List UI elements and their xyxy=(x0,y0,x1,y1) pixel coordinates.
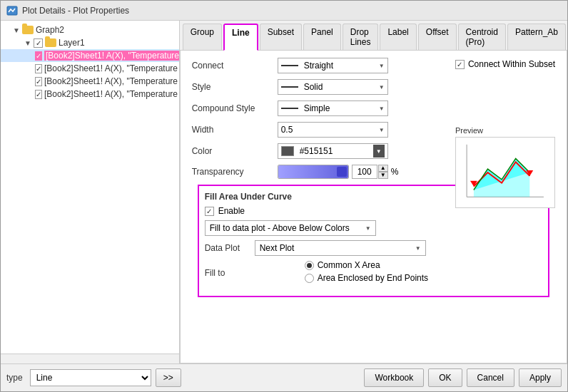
preview-area: Preview xyxy=(455,126,555,208)
checkbox-data3[interactable] xyxy=(35,77,42,86)
transparency-label: Transparency xyxy=(192,167,278,177)
radio-common-x-label: Common X Area xyxy=(318,260,380,270)
tab-panel[interactable]: Panel xyxy=(303,24,341,50)
tab-pattern-ab[interactable]: Pattern_Ab xyxy=(507,24,566,50)
tree-item-data1[interactable]: [Book2]Sheet1! A(X), "Temperature i xyxy=(1,49,179,62)
compound-dropdown-arrow: ▼ xyxy=(379,105,385,112)
cancel-button[interactable]: Cancel xyxy=(467,368,514,387)
radio-common-x-ctrl[interactable] xyxy=(305,261,314,270)
width-label: Width xyxy=(192,125,278,135)
width-value: 0.5 xyxy=(281,125,293,135)
main-window: Plot Details - Plot Properties ▼ Graph2 … xyxy=(0,0,568,392)
tab-group[interactable]: Group xyxy=(183,24,222,50)
fill-to-plot-row: Fill to data plot - Above Below Colors ▼ xyxy=(205,220,542,236)
slider-thumb[interactable] xyxy=(337,167,347,177)
right-panel: Group Line Subset Panel Drop Lines Label… xyxy=(180,21,567,363)
percent-label: % xyxy=(391,167,399,177)
data-plot-row: Data Plot Next Plot ▼ xyxy=(205,240,542,256)
fill-to-plot-value: Fill to data plot - Above Below Colors xyxy=(210,223,350,233)
tree-label-layer1: Layer1 xyxy=(59,38,85,48)
tree-item-data3[interactable]: [Book2]Sheet1! A(X), "Temperature i xyxy=(1,75,179,88)
tab-drop-lines[interactable]: Drop Lines xyxy=(343,24,379,50)
bottom-bar: type Line >> Workbook OK Cancel Apply xyxy=(1,363,567,391)
window-title: Plot Details - Plot Properties xyxy=(22,6,129,16)
horizontal-scrollbar[interactable] xyxy=(1,354,179,363)
tree-item-layer1[interactable]: ▼ Layer1 xyxy=(1,36,179,49)
tab-content-line: Connect Straight ▼ Style xyxy=(180,51,567,363)
apply-button[interactable]: Apply xyxy=(519,368,562,387)
data-plot-label: Data Plot xyxy=(205,243,255,253)
connect-subset-row: Connect Within Subset xyxy=(455,59,555,69)
ok-button[interactable]: OK xyxy=(428,368,462,387)
spinner-buttons: ▲ ▼ xyxy=(378,165,388,179)
tab-subset[interactable]: Subset xyxy=(260,24,302,50)
radio-common-x: Common X Area xyxy=(305,260,428,270)
data-plot-select[interactable]: Next Plot ▼ xyxy=(255,240,426,256)
folder-icon-graph2 xyxy=(22,26,34,34)
compound-style-value: Simple xyxy=(304,103,330,113)
enable-checkbox[interactable] xyxy=(205,207,214,216)
style-label: Style xyxy=(192,82,278,92)
color-value: #515151 xyxy=(300,146,333,156)
preview-box xyxy=(455,137,555,208)
tree-area: ▼ Graph2 ▼ Layer1 [Book2]Sheet1! A(X), "… xyxy=(1,21,179,354)
connect-dropdown-arrow: ▼ xyxy=(379,63,385,69)
checkbox-data4[interactable] xyxy=(35,90,42,99)
type-label: type xyxy=(6,373,23,383)
transparency-input[interactable]: 100 xyxy=(352,165,377,179)
fill-to-row: Fill to Common X Area Area Enclosed by E… xyxy=(205,260,542,286)
color-swatch-icon xyxy=(281,146,294,156)
color-select[interactable]: #515151 ▼ xyxy=(278,143,388,159)
connect-select[interactable]: Straight ▼ xyxy=(278,58,388,73)
checkbox-data2[interactable] xyxy=(35,64,42,73)
transparency-slider[interactable] xyxy=(278,165,349,179)
workbook-button[interactable]: Workbook xyxy=(364,368,424,387)
tree-item-data2[interactable]: [Book2]Sheet1! A(X), "Temperature i xyxy=(1,62,179,75)
width-select[interactable]: 0.5 ▼ xyxy=(278,122,388,138)
fill-to-plot-arrow: ▼ xyxy=(365,225,371,232)
checkbox-layer1[interactable] xyxy=(34,38,43,48)
data-plot-arrow: ▼ xyxy=(415,245,421,252)
tab-line[interactable]: Line xyxy=(223,24,258,51)
left-panel: ▼ Graph2 ▼ Layer1 [Book2]Sheet1! A(X), "… xyxy=(1,21,180,363)
compound-style-label: Compound Style xyxy=(192,103,278,113)
folder-icon-layer1 xyxy=(45,38,56,47)
style-dropdown-arrow: ▼ xyxy=(379,84,385,91)
spinner-down[interactable]: ▼ xyxy=(378,172,388,179)
checkbox-data1[interactable] xyxy=(35,51,42,61)
spinner-up[interactable]: ▲ xyxy=(378,165,388,172)
tabs-row: Group Line Subset Panel Drop Lines Label… xyxy=(180,21,567,51)
fill-to-label2: Fill to xyxy=(205,268,255,278)
style-select[interactable]: Solid ▼ xyxy=(278,79,388,95)
compound-dash-icon xyxy=(281,108,298,109)
tree-item-data4[interactable]: [Book2]Sheet1! A(X), "Temperature i xyxy=(1,88,179,100)
connect-subset-label: Connect Within Subset xyxy=(468,59,555,69)
tree-label-data2: [Book2]Sheet1! A(X), "Temperature i xyxy=(44,63,179,73)
form-area: Connect Straight ▼ Style xyxy=(181,51,567,363)
preview-label: Preview xyxy=(455,126,555,135)
fill-to-options: Common X Area Area Enclosed by End Point… xyxy=(305,260,428,286)
style-dash-icon xyxy=(281,86,298,88)
type-select[interactable]: Line xyxy=(30,369,151,386)
connect-subset-checkbox[interactable] xyxy=(455,60,465,69)
connect-label: Connect xyxy=(192,61,278,71)
navigate-button[interactable]: >> xyxy=(156,368,181,387)
connect-value: Straight xyxy=(304,61,333,71)
fill-to-plot-select[interactable]: Fill to data plot - Above Below Colors ▼ xyxy=(205,220,376,236)
navigate-label: >> xyxy=(163,373,173,383)
connect-subset-area: Connect Within Subset Preview xyxy=(455,59,555,208)
color-label: Color xyxy=(192,146,278,156)
tab-offset[interactable]: Offset xyxy=(418,24,457,50)
expand-icon-layer1[interactable]: ▼ xyxy=(24,38,32,47)
enable-label: Enable xyxy=(218,206,245,216)
expand-icon-graph2[interactable]: ▼ xyxy=(12,26,21,34)
tree-label-graph2: Graph2 xyxy=(36,25,64,35)
tree-label-data3: [Book2]Sheet1! A(X), "Temperature i xyxy=(44,76,179,86)
line-dash-icon xyxy=(281,65,298,66)
radio-enclosed-ctrl[interactable] xyxy=(305,274,314,283)
tree-item-graph2[interactable]: ▼ Graph2 xyxy=(1,24,179,36)
compound-style-select[interactable]: Simple ▼ xyxy=(278,100,388,116)
window-icon xyxy=(6,5,18,16)
tab-centroid[interactable]: Centroid (Pro) xyxy=(458,24,506,50)
tab-label[interactable]: Label xyxy=(380,24,416,50)
